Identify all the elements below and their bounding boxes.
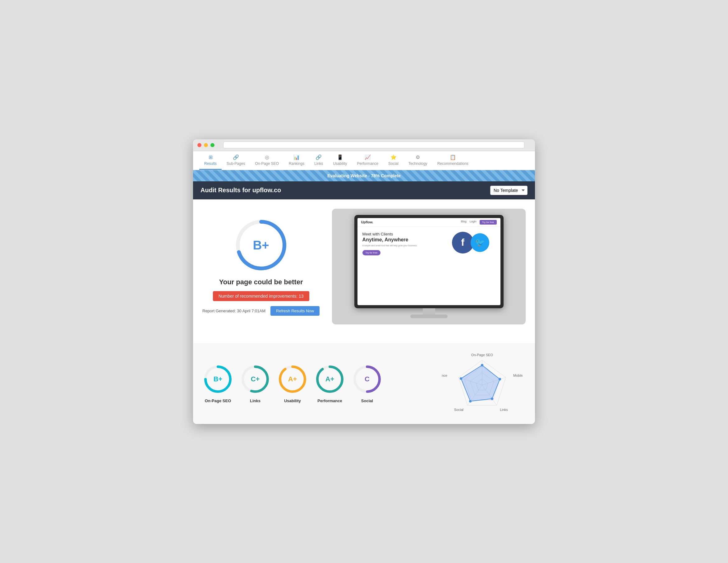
subpages-icon: 🔗 <box>233 154 239 160</box>
close-dot[interactable] <box>197 143 201 147</box>
improvements-badge: Number of recommended improvements: 13 <box>213 291 309 301</box>
tab-recommendations[interactable]: 📋 Recommendations <box>432 151 473 170</box>
tab-subpages[interactable]: 🔗 Sub-Pages <box>222 151 250 170</box>
usability-icon: 📱 <box>337 154 343 160</box>
radar-label-links: Links <box>500 408 508 412</box>
grade-links: C+ <box>251 375 260 383</box>
monitor-nav-blog: Blog <box>461 220 467 224</box>
tab-social-label: Social <box>388 161 399 166</box>
circle-usability: A+ <box>277 364 308 395</box>
template-select[interactable]: No Template Default E-commerce Blog <box>490 186 528 195</box>
radar-chart-section: On-Page SEO Mobile & UI Links Social Per… <box>439 349 526 418</box>
browser-mockup: Upflow. Blog Login Try for free <box>332 209 526 325</box>
grade-social: C <box>365 375 370 383</box>
circle-social: C <box>352 364 383 395</box>
nav-tabs: ⊞ Results 🔗 Sub-Pages ◎ On-Page SEO 📊 Ra… <box>193 151 535 170</box>
label-performance: Performance <box>317 399 342 403</box>
grade-onpage: B+ <box>214 375 223 383</box>
tab-results-label: Results <box>204 161 217 166</box>
monitor-cta: Try for free <box>480 220 497 224</box>
monitor-screen: Upflow. Blog Login Try for free <box>357 218 500 305</box>
monitor-nav: Upflow. Blog Login Try for free <box>357 218 500 227</box>
bottom-section: B+ On-Page SEO C+ Links <box>193 343 535 424</box>
refresh-button[interactable]: Refresh Results Now <box>270 306 320 316</box>
circle-onpage: B+ <box>202 364 233 395</box>
social-icon: ⭐ <box>390 154 397 160</box>
onpage-icon: ◎ <box>265 154 269 160</box>
performance-icon: 📈 <box>365 154 371 160</box>
links-icon: 🔗 <box>316 154 322 160</box>
minimize-dot[interactable] <box>204 143 208 147</box>
tab-usability-label: Usability <box>333 161 347 166</box>
radar-label-social: Social <box>454 408 463 412</box>
tab-rankings[interactable]: 📊 Rankings <box>284 151 309 170</box>
monitor-hero: Meet with Clients Anytime, Anywhere A si… <box>357 227 500 261</box>
monitor-nav-login: Login <box>470 220 477 224</box>
radar-chart: On-Page SEO Mobile & UI Links Social Per… <box>442 349 523 418</box>
tab-technology[interactable]: ⚙ Technology <box>403 151 432 170</box>
label-social: Social <box>361 399 373 403</box>
score-message: Your page could be better <box>219 278 303 286</box>
social-icons-mock: f 🐦 <box>452 232 495 253</box>
tab-recommendations-label: Recommendations <box>437 161 468 166</box>
radar-label-performance: Performance <box>442 374 447 377</box>
hero-title: Meet with Clients Anytime, Anywhere <box>362 232 449 243</box>
svg-point-24 <box>491 398 493 400</box>
score-section: B+ Your page could be better Number of r… <box>202 209 526 325</box>
report-date: Report Generated: 30 April 7:01AM <box>202 309 265 313</box>
tab-usability[interactable]: 📱 Usability <box>328 151 352 170</box>
card-performance: A+ Performance <box>314 364 345 403</box>
audit-title: Audit Results for upflow.co <box>200 187 281 194</box>
technology-icon: ⚙ <box>416 154 420 160</box>
score-left: B+ Your page could be better Number of r… <box>202 217 320 316</box>
card-onpage-seo: B+ On-Page SEO <box>202 364 233 403</box>
monitor-brand: Upflow. <box>361 220 373 224</box>
svg-marker-21 <box>461 365 500 401</box>
svg-point-25 <box>469 400 472 403</box>
monitor-stand <box>410 308 448 318</box>
hero-line1: Meet with Clients <box>362 232 393 236</box>
maximize-dot[interactable] <box>210 143 214 147</box>
card-links: C+ Links <box>240 364 271 403</box>
results-icon: ⊞ <box>209 154 213 160</box>
tab-technology-label: Technology <box>408 161 427 166</box>
monitor-neck <box>423 308 435 315</box>
tab-onpage-label: On-Page SEO <box>255 161 279 166</box>
audit-header: Audit Results for upflow.co No Template … <box>193 181 535 199</box>
circle-performance: A+ <box>314 364 345 395</box>
circle-links: C+ <box>240 364 271 395</box>
tab-performance-label: Performance <box>357 161 379 166</box>
banner-text: Evaluating Website - 78% Complete <box>327 173 401 178</box>
hero-btn: Try for free <box>362 250 381 255</box>
recommendations-icon: 📋 <box>450 154 456 160</box>
url-bar[interactable] <box>223 141 524 148</box>
hero-line2: Anytime, Anywhere <box>362 237 408 242</box>
grade-usability: A+ <box>288 375 297 383</box>
card-social: C Social <box>352 364 383 403</box>
hero-text: Meet with Clients Anytime, Anywhere A si… <box>362 232 449 256</box>
svg-point-23 <box>499 378 501 381</box>
radar-label-mobile: Mobile & UI <box>513 374 523 377</box>
hero-sub: A simple and smart tool that will help g… <box>362 244 449 247</box>
label-usability: Usability <box>284 399 301 403</box>
label-links: Links <box>250 399 260 403</box>
label-onpage: On-Page SEO <box>205 399 231 403</box>
titlebar <box>193 139 535 151</box>
monitor-nav-links: Blog Login Try for free <box>461 220 497 224</box>
browser-window: ⊞ Results 🔗 Sub-Pages ◎ On-Page SEO 📊 Ra… <box>193 139 535 424</box>
monitor: Upflow. Blog Login Try for free <box>354 215 504 308</box>
tab-performance[interactable]: 📈 Performance <box>352 151 384 170</box>
cards-row: B+ On-Page SEO C+ Links <box>202 364 432 403</box>
tab-social[interactable]: ⭐ Social <box>383 151 403 170</box>
svg-point-26 <box>460 377 462 380</box>
tab-onpage[interactable]: ◎ On-Page SEO <box>250 151 284 170</box>
twitter-icon: 🐦 <box>471 233 489 252</box>
main-content: B+ Your page could be better Number of r… <box>193 199 535 343</box>
tab-links[interactable]: 🔗 Links <box>309 151 328 170</box>
main-grade: B+ <box>253 238 269 252</box>
main-score-circle: B+ <box>233 217 289 273</box>
svg-point-22 <box>481 364 483 367</box>
tab-results[interactable]: ⊞ Results <box>199 151 222 170</box>
tab-subpages-label: Sub-Pages <box>227 161 245 166</box>
tab-rankings-label: Rankings <box>289 161 304 166</box>
